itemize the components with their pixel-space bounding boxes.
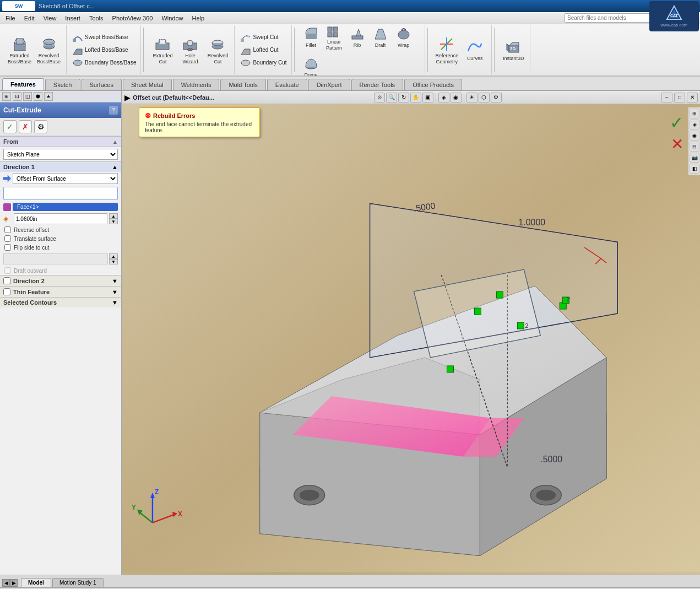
tab-sheetmetal[interactable]: Sheet Metal	[123, 79, 172, 90]
translate-surface-checkbox[interactable]	[4, 235, 11, 242]
direction1-header[interactable]: Direction 1 ▲	[0, 161, 121, 172]
menu-window[interactable]: Window	[157, 14, 187, 23]
bottom-nav-left[interactable]: ◀	[2, 579, 10, 587]
swept-boss-button[interactable]: Swept Boss/Base	[70, 31, 138, 44]
svg-rect-1	[17, 39, 23, 44]
vp-display-button[interactable]: ◈	[438, 93, 449, 102]
menu-insert[interactable]: Insert	[61, 14, 85, 23]
panel-help-icon[interactable]: ?	[109, 106, 118, 115]
statusbar: SolidWorks Premium 2011 x64 Edition 1.94…	[0, 587, 700, 589]
menu-file[interactable]: File	[1, 14, 20, 23]
swept-cut-button[interactable]: Swept Cut	[238, 31, 289, 44]
svg-point-17	[187, 40, 193, 46]
face-item[interactable]: Face<1>	[13, 203, 118, 211]
dome-button[interactable]: Dome	[300, 53, 322, 77]
bottom-nav-right[interactable]: ▶	[10, 579, 18, 587]
fillet-button[interactable]: Fillet	[300, 24, 322, 52]
panel-icon1[interactable]: ⊞	[2, 92, 11, 101]
btab-model[interactable]: Model	[21, 578, 51, 587]
vp-zoom-in-button[interactable]: 🔍	[386, 93, 397, 102]
direction1-type-select[interactable]: Blind Through All Up To Next Up To Verte…	[13, 173, 118, 184]
direction1-type-row: Blind Through All Up To Next Up To Verte…	[0, 172, 121, 185]
from-section-header[interactable]: From ▲	[0, 136, 121, 147]
menu-photoview[interactable]: PhotoView 360	[108, 14, 158, 23]
reject-button[interactable]: ✕	[671, 135, 683, 153]
depth-down-button[interactable]: ▼	[109, 219, 118, 224]
svg-text:.5000: .5000	[540, 455, 562, 464]
curves-button[interactable]: Curves	[462, 34, 488, 66]
appearance-icon[interactable]: ◧	[690, 164, 699, 174]
revolved-boss-button[interactable]: RevolvedBoss/Base	[35, 34, 63, 66]
direction2-header[interactable]: Direction 2 ▼	[0, 275, 121, 286]
accept-button[interactable]: ✓	[670, 113, 683, 132]
vp-rotate-button[interactable]: ↻	[398, 93, 409, 102]
section-view-icon[interactable]: ⊟	[690, 142, 699, 152]
depth-up-button[interactable]: ▲	[109, 213, 118, 219]
app-logo: SW	[2, 1, 35, 11]
btab-motion-study[interactable]: Motion Study 1	[52, 578, 104, 587]
menu-tools[interactable]: Tools	[85, 14, 108, 23]
vp-light-button[interactable]: ☀	[466, 93, 477, 102]
linear-pattern-button[interactable]: LinearPattern	[323, 24, 345, 52]
boundary-boss-button[interactable]: Boundary Boss/Base	[70, 57, 138, 69]
tab-moldtools[interactable]: Mold Tools	[220, 79, 265, 90]
svg-rect-72	[447, 366, 453, 372]
panel-icon5[interactable]: ★	[44, 92, 53, 101]
panel-icon3[interactable]: ◫	[23, 92, 32, 101]
vp-view-button[interactable]: ▣	[422, 93, 433, 102]
extruded-boss-button[interactable]: ExtrudedBoss/Base	[6, 34, 34, 66]
lofted-cut-button[interactable]: Lofted Cut	[238, 44, 289, 56]
tab-sketch[interactable]: Sketch	[45, 79, 80, 90]
instant3d-button[interactable]: 3D Instant3D	[500, 37, 527, 63]
flip-side-checkbox[interactable]	[4, 244, 11, 251]
tab-features[interactable]: Features	[2, 78, 44, 90]
thin-feature-header[interactable]: Thin Feature ▼	[0, 286, 121, 297]
menu-edit[interactable]: Edit	[20, 14, 39, 23]
rib-button[interactable]: Rib	[346, 24, 368, 52]
view-orientation-icon[interactable]: ⊞	[690, 109, 699, 118]
thin-feature-checkbox[interactable]	[3, 288, 10, 295]
revolved-cut-button[interactable]: RevolvedCut	[204, 34, 231, 66]
vp-close-button[interactable]: ✕	[687, 93, 698, 102]
menu-view[interactable]: View	[39, 14, 61, 23]
viewport-right-controls: − □ ✕	[661, 93, 698, 102]
viewport-topbar: ▶ Offset cut (Default<<Defau... ⊙ 🔍 ↻ ✋ …	[122, 91, 700, 104]
vp-pan-button[interactable]: ✋	[410, 93, 421, 102]
boundary-cut-button[interactable]: Boundary Cut	[238, 57, 289, 69]
tab-weldments[interactable]: Weldments	[173, 79, 220, 90]
reference-geometry-button[interactable]: ReferenceGeometry	[433, 34, 461, 66]
vp-settings-button[interactable]: ⚙	[491, 93, 502, 102]
cancel-button[interactable]: ✗	[19, 120, 32, 133]
reverse-offset-checkbox[interactable]	[4, 226, 11, 233]
draft-button[interactable]: Draft	[370, 24, 392, 52]
tab-rendertools[interactable]: Render Tools	[351, 79, 404, 90]
vp-render-button[interactable]: ⬡	[479, 93, 490, 102]
from-select[interactable]: Sketch Plane Surface/Face/Plane Vertex O…	[3, 149, 118, 160]
depth-input[interactable]	[14, 213, 107, 224]
display-style-icon[interactable]: ◈	[690, 120, 699, 129]
thin-feature-chevron-icon: ▼	[112, 289, 118, 295]
direction2-checkbox[interactable]	[3, 277, 10, 284]
menu-help[interactable]: Help	[188, 14, 209, 23]
vp-max-button[interactable]: □	[674, 93, 685, 102]
tab-evaluate[interactable]: Evaluate	[267, 79, 307, 90]
ok-button[interactable]: ✓	[3, 120, 17, 133]
options-button[interactable]: ⚙	[34, 120, 47, 133]
tab-surfaces[interactable]: Surfaces	[82, 79, 122, 90]
camera-icon[interactable]: 📷	[690, 153, 699, 163]
panel-icon4[interactable]: ⬢	[34, 92, 42, 101]
vp-zoom-fit-button[interactable]: ⊙	[374, 93, 385, 102]
draft-input-row: ▲ ▼	[3, 253, 118, 264]
tab-officeproducts[interactable]: Office Products	[404, 79, 462, 90]
extruded-cut-button[interactable]: ExtrudedCut	[149, 34, 176, 66]
lofted-boss-button[interactable]: Lofted Boss/Base	[70, 44, 138, 56]
hole-wizard-button[interactable]: HoleWizard	[177, 34, 203, 66]
panel-icon2[interactable]: ⊡	[13, 92, 21, 101]
selected-contours-header[interactable]: Selected Contours ▼	[0, 297, 121, 307]
tab-dimxpert[interactable]: DimXpert	[308, 79, 350, 90]
wrap-button[interactable]: Wrap	[393, 24, 415, 52]
vp-display2-button[interactable]: ◉	[451, 93, 462, 102]
vp-min-button[interactable]: −	[661, 93, 672, 102]
search-input[interactable]	[567, 15, 655, 21]
hide-show-icon[interactable]: ◉	[690, 131, 699, 141]
